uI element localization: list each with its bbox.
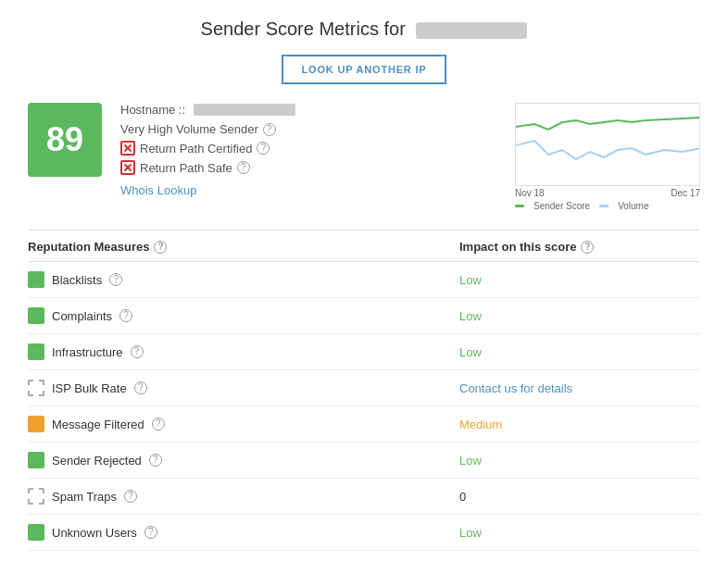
page-title: Sender Score Metrics for xyxy=(28,19,700,40)
lookup-button[interactable]: LOOK UP ANOTHER IP xyxy=(282,55,447,84)
impact-value: Medium xyxy=(459,418,502,431)
col-impact-header: Impact on this score ? xyxy=(459,240,700,254)
measure-col: Sender Rejected ? xyxy=(28,452,459,468)
measure-col: ISP Bulk Rate ? xyxy=(28,380,459,396)
measure-label: Message Filtered xyxy=(52,418,144,431)
measure-help-icon[interactable]: ? xyxy=(152,418,165,430)
whois-row: Whois Lookup xyxy=(120,180,496,197)
table-row: Blacklists ? Low xyxy=(28,262,700,298)
indicator-empty xyxy=(28,488,44,505)
lookup-btn-wrapper: LOOK UP ANOTHER IP xyxy=(28,55,700,84)
rep-impact-help-icon[interactable]: ? xyxy=(581,241,594,254)
cert1-icon xyxy=(120,141,135,156)
title-prefix: Sender Score Metrics for xyxy=(201,19,406,39)
measure-label: Sender Rejected xyxy=(52,454,142,468)
measure-label: ISP Bulk Rate xyxy=(52,381,127,395)
measure-col: Message Filtered ? xyxy=(28,416,459,432)
rep-measure-help-icon[interactable]: ? xyxy=(154,241,167,254)
meta-info: Hostname :: Very High Volume Sender ? Re… xyxy=(120,103,496,197)
indicator-orange xyxy=(28,416,44,432)
measure-col: Infrastructure ? xyxy=(28,343,459,360)
impact-value: Low xyxy=(459,526,482,540)
whois-link[interactable]: Whois Lookup xyxy=(120,183,196,197)
volume-help-icon[interactable]: ? xyxy=(263,123,276,136)
legend-sender-dot xyxy=(515,205,524,207)
impact-col: Medium xyxy=(459,418,700,431)
table-row: Unknown Users ? Low xyxy=(28,515,700,551)
cert2-icon xyxy=(120,160,135,175)
hostname-label: Hostname :: xyxy=(120,103,185,117)
impact-col: Low xyxy=(459,454,700,468)
chart-dates: Nov 18 Dec 17 xyxy=(515,188,700,198)
table-row: Sender Rejected ? Low xyxy=(28,443,700,479)
indicator-green xyxy=(28,452,44,468)
measure-help-icon[interactable]: ? xyxy=(131,345,144,358)
measure-label: Spam Traps xyxy=(52,490,117,504)
indicator-green xyxy=(28,271,44,288)
cert2-label: Return Path Safe xyxy=(140,161,232,175)
impact-col: Contact us for details xyxy=(459,381,700,395)
info-row: 89 Hostname :: Very High Volume Sender ?… xyxy=(28,103,700,211)
legend-volume-label: Volume xyxy=(618,201,648,211)
hostname-row: Hostname :: xyxy=(120,103,496,117)
cert1-help-icon[interactable]: ? xyxy=(257,142,270,155)
indicator-green xyxy=(28,524,44,541)
measure-label: Infrastructure xyxy=(52,345,123,359)
indicator-green xyxy=(28,307,44,324)
indicator-green xyxy=(28,343,44,360)
volume-label: Very High Volume Sender xyxy=(120,122,258,136)
table-row: Infrastructure ? Low xyxy=(28,334,700,370)
table-row: ISP Bulk Rate ? Contact us for details xyxy=(28,370,700,406)
chart-legend: Sender Score Volume xyxy=(515,201,700,211)
measure-help-icon[interactable]: ? xyxy=(119,309,132,322)
measure-help-icon[interactable]: ? xyxy=(144,526,157,539)
impact-value: 0 xyxy=(459,490,466,504)
chart-canvas xyxy=(515,103,700,186)
cert1-row: Return Path Certified ? xyxy=(120,141,496,156)
chart-area: Nov 18 Dec 17 Sender Score Volume xyxy=(515,103,700,211)
rep-header: Reputation Measures ? Impact on this sco… xyxy=(28,231,700,262)
impact-value: Low xyxy=(459,454,482,468)
impact-col: Low xyxy=(459,345,700,359)
hostname-value xyxy=(194,104,295,116)
measure-help-icon[interactable]: ? xyxy=(134,381,147,394)
measure-col: Spam Traps ? xyxy=(28,488,459,505)
sender-score-box: 89 xyxy=(28,103,102,177)
impact-link[interactable]: Contact us for details xyxy=(459,381,572,395)
table-row: Complaints ? Low xyxy=(28,298,700,334)
volume-row: Very High Volume Sender ? xyxy=(120,122,496,136)
measure-help-icon[interactable]: ? xyxy=(109,273,122,286)
cert1-label: Return Path Certified xyxy=(140,142,252,156)
impact-value: Low xyxy=(459,345,482,359)
col-measure-label: Reputation Measures xyxy=(28,240,149,254)
measure-label: Blacklists xyxy=(52,273,102,287)
cert2-help-icon[interactable]: ? xyxy=(237,161,250,174)
impact-col: 0 xyxy=(459,490,700,504)
measure-label: Unknown Users xyxy=(52,526,137,540)
measure-col: Unknown Users ? xyxy=(28,524,459,541)
measure-help-icon[interactable]: ? xyxy=(124,490,137,503)
chart-date-end: Dec 17 xyxy=(671,188,700,198)
rep-rows-container: Blacklists ? Low Complaints ? Low Infras… xyxy=(28,262,700,551)
ip-address xyxy=(416,22,527,39)
chart-date-start: Nov 18 xyxy=(515,188,545,198)
chart-svg xyxy=(516,104,700,186)
measure-label: Complaints xyxy=(52,309,112,323)
cert2-row: Return Path Safe ? xyxy=(120,160,496,175)
table-row: Spam Traps ? 0 xyxy=(28,479,700,515)
impact-value: Low xyxy=(459,309,482,323)
col-measure-header: Reputation Measures ? xyxy=(28,240,459,254)
legend-sender-label: Sender Score xyxy=(533,201,590,211)
measure-col: Complaints ? xyxy=(28,307,459,324)
impact-col: Low xyxy=(459,309,700,323)
measure-col: Blacklists ? xyxy=(28,271,459,288)
impact-col: Low xyxy=(459,526,700,540)
legend-volume-dot xyxy=(599,205,609,207)
score-value: 89 xyxy=(46,120,83,159)
reputation-section: Reputation Measures ? Impact on this sco… xyxy=(28,230,700,551)
impact-value: Low xyxy=(459,273,482,287)
indicator-empty xyxy=(28,380,44,396)
col-impact-label: Impact on this score xyxy=(459,240,576,254)
measure-help-icon[interactable]: ? xyxy=(149,454,162,467)
impact-col: Low xyxy=(459,273,700,287)
